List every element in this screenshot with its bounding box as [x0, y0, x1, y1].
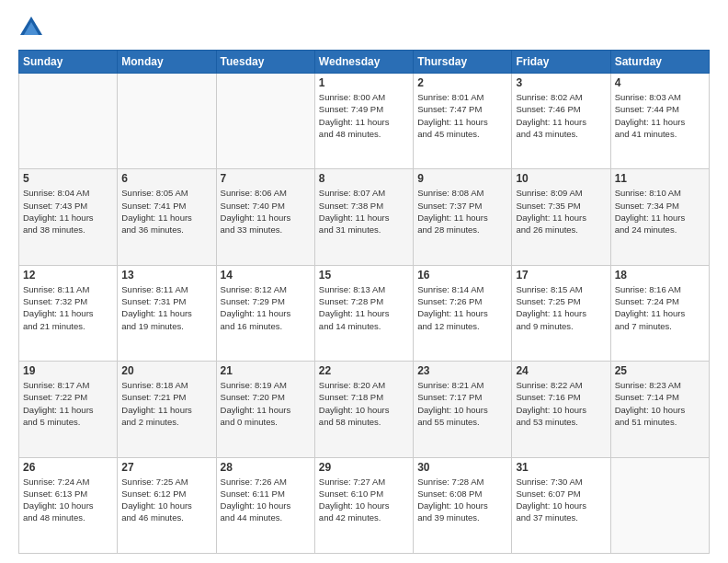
day-info: Sunrise: 8:16 AM Sunset: 7:24 PM Dayligh… [615, 283, 705, 332]
calendar-week-row: 26Sunrise: 7:24 AM Sunset: 6:13 PM Dayli… [19, 457, 710, 553]
day-info: Sunrise: 8:13 AM Sunset: 7:28 PM Dayligh… [319, 283, 409, 332]
day-number: 12 [23, 269, 113, 282]
calendar-cell [118, 74, 216, 169]
calendar-weekday-header: Sunday [19, 51, 118, 74]
calendar-cell: 3Sunrise: 8:02 AM Sunset: 7:46 PM Daylig… [512, 74, 610, 169]
calendar-week-row: 5Sunrise: 8:04 AM Sunset: 7:43 PM Daylig… [19, 169, 710, 265]
day-number: 25 [615, 364, 705, 377]
calendar-table: SundayMondayTuesdayWednesdayThursdayFrid… [18, 50, 710, 554]
calendar-cell: 29Sunrise: 7:27 AM Sunset: 6:10 PM Dayli… [314, 457, 413, 553]
day-info: Sunrise: 8:14 AM Sunset: 7:26 PM Dayligh… [417, 283, 507, 332]
calendar-cell: 11Sunrise: 8:10 AM Sunset: 7:34 PM Dayli… [610, 169, 709, 265]
day-number: 3 [516, 76, 606, 89]
day-number: 26 [23, 461, 113, 474]
day-number: 13 [121, 269, 211, 282]
header [18, 15, 710, 40]
day-number: 24 [516, 364, 606, 377]
calendar-weekday-header: Friday [512, 51, 610, 74]
calendar-cell: 9Sunrise: 8:08 AM Sunset: 7:37 PM Daylig… [414, 169, 512, 265]
day-number: 4 [615, 76, 705, 89]
calendar-cell: 1Sunrise: 8:00 AM Sunset: 7:49 PM Daylig… [314, 74, 413, 169]
day-info: Sunrise: 8:12 AM Sunset: 7:29 PM Dayligh… [221, 283, 311, 332]
day-info: Sunrise: 8:08 AM Sunset: 7:37 PM Dayligh… [417, 187, 507, 236]
day-info: Sunrise: 8:06 AM Sunset: 7:40 PM Dayligh… [221, 187, 311, 236]
calendar-weekday-header: Tuesday [216, 51, 314, 74]
day-info: Sunrise: 8:19 AM Sunset: 7:20 PM Dayligh… [221, 379, 311, 428]
calendar-week-row: 1Sunrise: 8:00 AM Sunset: 7:49 PM Daylig… [19, 74, 710, 169]
day-info: Sunrise: 8:03 AM Sunset: 7:44 PM Dayligh… [615, 91, 705, 140]
day-info: Sunrise: 8:22 AM Sunset: 7:16 PM Dayligh… [516, 379, 606, 428]
day-info: Sunrise: 8:23 AM Sunset: 7:14 PM Dayligh… [615, 379, 705, 428]
logo [18, 15, 48, 40]
day-info: Sunrise: 8:17 AM Sunset: 7:22 PM Dayligh… [23, 379, 113, 428]
calendar-cell: 17Sunrise: 8:15 AM Sunset: 7:25 PM Dayli… [512, 265, 610, 361]
day-number: 30 [417, 461, 507, 474]
day-number: 2 [417, 76, 507, 89]
day-number: 6 [121, 172, 211, 185]
day-number: 14 [221, 269, 311, 282]
day-number: 15 [319, 269, 409, 282]
calendar-weekday-header: Wednesday [314, 51, 413, 74]
day-info: Sunrise: 8:02 AM Sunset: 7:46 PM Dayligh… [516, 91, 606, 140]
calendar-cell: 25Sunrise: 8:23 AM Sunset: 7:14 PM Dayli… [610, 362, 709, 457]
day-number: 27 [121, 461, 211, 474]
calendar-cell: 26Sunrise: 7:24 AM Sunset: 6:13 PM Dayli… [19, 457, 118, 553]
calendar-cell: 21Sunrise: 8:19 AM Sunset: 7:20 PM Dayli… [216, 362, 314, 457]
calendar-cell: 18Sunrise: 8:16 AM Sunset: 7:24 PM Dayli… [610, 265, 709, 361]
calendar-cell: 15Sunrise: 8:13 AM Sunset: 7:28 PM Dayli… [314, 265, 413, 361]
day-number: 18 [615, 269, 705, 282]
day-info: Sunrise: 7:25 AM Sunset: 6:12 PM Dayligh… [121, 476, 211, 524]
day-number: 29 [319, 461, 409, 474]
day-number: 31 [516, 461, 606, 474]
day-number: 11 [615, 172, 705, 185]
calendar-cell: 16Sunrise: 8:14 AM Sunset: 7:26 PM Dayli… [414, 265, 512, 361]
calendar-cell [610, 457, 709, 553]
calendar-cell: 10Sunrise: 8:09 AM Sunset: 7:35 PM Dayli… [512, 169, 610, 265]
calendar-cell: 19Sunrise: 8:17 AM Sunset: 7:22 PM Dayli… [19, 362, 118, 457]
calendar-cell: 6Sunrise: 8:05 AM Sunset: 7:41 PM Daylig… [118, 169, 216, 265]
calendar-cell: 30Sunrise: 7:28 AM Sunset: 6:08 PM Dayli… [414, 457, 512, 553]
day-info: Sunrise: 8:10 AM Sunset: 7:34 PM Dayligh… [615, 187, 705, 236]
calendar-cell: 28Sunrise: 7:26 AM Sunset: 6:11 PM Dayli… [216, 457, 314, 553]
day-number: 9 [417, 172, 507, 185]
day-number: 20 [121, 364, 211, 377]
day-number: 19 [23, 364, 113, 377]
calendar-cell [216, 74, 314, 169]
day-info: Sunrise: 8:20 AM Sunset: 7:18 PM Dayligh… [319, 379, 409, 428]
calendar-cell: 20Sunrise: 8:18 AM Sunset: 7:21 PM Dayli… [118, 362, 216, 457]
day-info: Sunrise: 8:11 AM Sunset: 7:31 PM Dayligh… [121, 283, 211, 332]
day-info: Sunrise: 7:30 AM Sunset: 6:07 PM Dayligh… [516, 476, 606, 524]
day-info: Sunrise: 7:24 AM Sunset: 6:13 PM Dayligh… [23, 476, 113, 524]
day-number: 5 [23, 172, 113, 185]
calendar-cell: 12Sunrise: 8:11 AM Sunset: 7:32 PM Dayli… [19, 265, 118, 361]
calendar-cell: 4Sunrise: 8:03 AM Sunset: 7:44 PM Daylig… [610, 74, 709, 169]
day-info: Sunrise: 7:28 AM Sunset: 6:08 PM Dayligh… [417, 476, 507, 524]
day-number: 22 [319, 364, 409, 377]
day-info: Sunrise: 8:21 AM Sunset: 7:17 PM Dayligh… [417, 379, 507, 428]
calendar-weekday-header: Monday [118, 51, 216, 74]
calendar-cell: 2Sunrise: 8:01 AM Sunset: 7:47 PM Daylig… [414, 74, 512, 169]
day-info: Sunrise: 8:18 AM Sunset: 7:21 PM Dayligh… [121, 379, 211, 428]
calendar-cell [19, 74, 118, 169]
day-number: 16 [417, 269, 507, 282]
day-info: Sunrise: 8:07 AM Sunset: 7:38 PM Dayligh… [319, 187, 409, 236]
calendar-cell: 14Sunrise: 8:12 AM Sunset: 7:29 PM Dayli… [216, 265, 314, 361]
day-info: Sunrise: 8:04 AM Sunset: 7:43 PM Dayligh… [23, 187, 113, 236]
calendar-cell: 13Sunrise: 8:11 AM Sunset: 7:31 PM Dayli… [118, 265, 216, 361]
calendar-cell: 23Sunrise: 8:21 AM Sunset: 7:17 PM Dayli… [414, 362, 512, 457]
day-number: 21 [221, 364, 311, 377]
calendar-cell: 8Sunrise: 8:07 AM Sunset: 7:38 PM Daylig… [314, 169, 413, 265]
calendar-cell: 22Sunrise: 8:20 AM Sunset: 7:18 PM Dayli… [314, 362, 413, 457]
calendar-weekday-header: Thursday [414, 51, 512, 74]
calendar-weekday-header: Saturday [610, 51, 709, 74]
day-number: 10 [516, 172, 606, 185]
calendar-cell: 24Sunrise: 8:22 AM Sunset: 7:16 PM Dayli… [512, 362, 610, 457]
day-info: Sunrise: 7:27 AM Sunset: 6:10 PM Dayligh… [319, 476, 409, 524]
day-number: 17 [516, 269, 606, 282]
logo-icon [18, 15, 44, 40]
day-number: 23 [417, 364, 507, 377]
day-number: 8 [319, 172, 409, 185]
calendar-header-row: SundayMondayTuesdayWednesdayThursdayFrid… [19, 51, 710, 74]
day-info: Sunrise: 8:11 AM Sunset: 7:32 PM Dayligh… [23, 283, 113, 332]
day-number: 1 [319, 76, 409, 89]
